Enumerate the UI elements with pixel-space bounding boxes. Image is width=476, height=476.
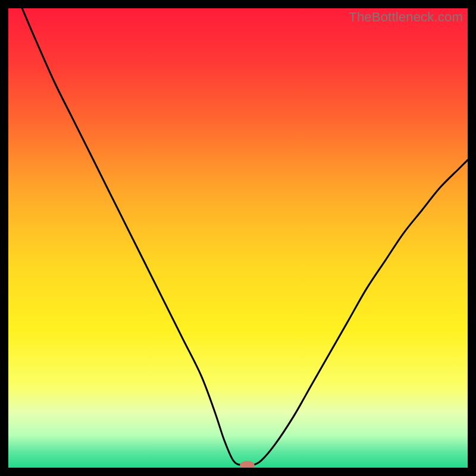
watermark-text: TheBottleneck.com [349,10,463,25]
chart-svg [8,8,468,468]
chart-background [8,8,468,468]
plot-area: TheBottleneck.com [8,8,468,468]
chart-frame: TheBottleneck.com [8,8,468,468]
